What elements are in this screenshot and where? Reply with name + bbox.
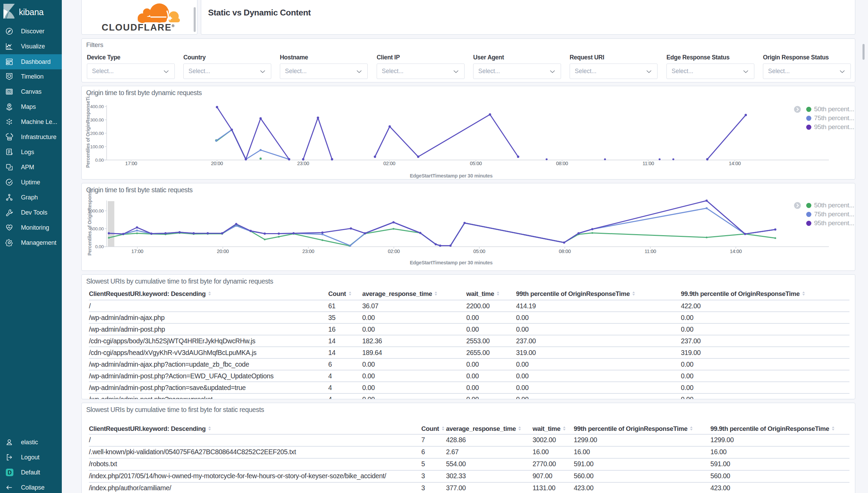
svg-text:200.00: 200.00: [90, 131, 104, 136]
svg-text:14:00: 14:00: [729, 161, 741, 166]
svg-text:02:00: 02:00: [388, 249, 400, 254]
svg-text:Percentiles of OriginResponse: Percentiles of OriginResponse: [87, 188, 92, 256]
svg-text:23:00: 23:00: [302, 249, 315, 254]
svg-text:20:00: 20:00: [217, 249, 229, 254]
svg-text:17:00: 17:00: [132, 249, 144, 254]
svg-text:05:00: 05:00: [473, 249, 486, 254]
svg-text:11:00: 11:00: [644, 249, 656, 254]
svg-text:20:00: 20:00: [211, 161, 223, 166]
svg-text:Percentiles of OriginResponseT: Percentiles of OriginResponseTi...: [85, 93, 91, 168]
svg-text:0.00: 0.00: [95, 244, 104, 249]
svg-text:14:00: 14:00: [730, 249, 742, 254]
svg-text:23:00: 23:00: [297, 161, 309, 166]
svg-text:02:00: 02:00: [384, 161, 396, 166]
svg-text:300.00: 300.00: [90, 117, 104, 123]
svg-text:08:00: 08:00: [559, 249, 571, 254]
svg-text:EdgeStartTimestamp per 30 minu: EdgeStartTimestamp per 30 minutes: [410, 173, 492, 179]
svg-text:11:00: 11:00: [642, 161, 654, 166]
svg-text:100.00: 100.00: [90, 144, 104, 149]
svg-text:17:00: 17:00: [125, 161, 137, 166]
svg-text:EdgeStartTimestamp per 30 minu: EdgeStartTimestamp per 30 minutes: [410, 260, 492, 265]
svg-text:0.00: 0.00: [95, 158, 104, 163]
svg-text:08:00: 08:00: [556, 161, 568, 166]
svg-text:400.00: 400.00: [90, 104, 104, 109]
svg-text:D: D: [8, 470, 12, 475]
svg-text:05:00: 05:00: [470, 161, 482, 166]
